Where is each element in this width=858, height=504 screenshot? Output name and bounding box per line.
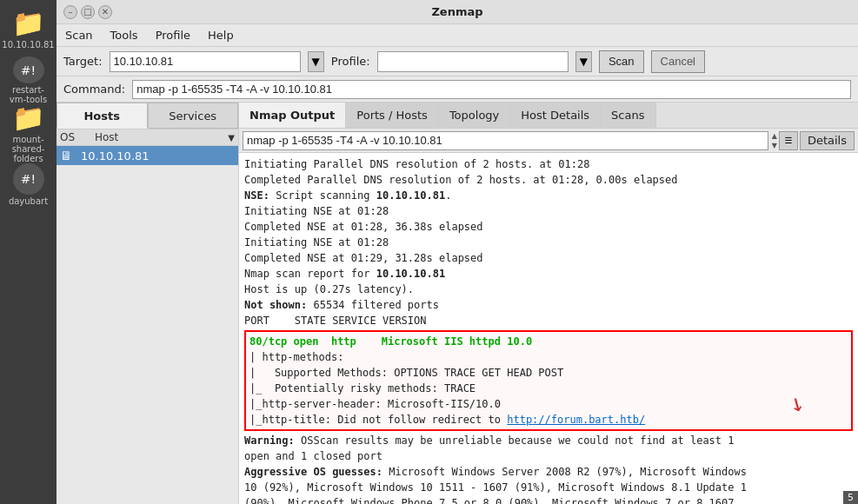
output-line-14: Aggressive OS guesses: Microsoft Windows… <box>244 464 853 480</box>
output-line-11: PORT STATE SERVICE VERSION <box>244 313 853 328</box>
sort-arrow-icon: ▼ <box>228 133 235 143</box>
host-list-item[interactable]: 🖥 10.10.10.81 <box>57 146 238 165</box>
output-line-9: Host is up (0.27s latency). <box>244 282 853 297</box>
tab-services[interactable]: Services <box>148 103 239 129</box>
sidebar-item-restart[interactable]: #! restart-vm-tools <box>4 56 52 104</box>
host-address: 10.10.10.81 <box>81 149 235 162</box>
command-label: Command: <box>63 83 125 96</box>
terminal-icon: #! <box>13 56 44 83</box>
target-label: Target: <box>63 55 103 68</box>
hl-line-5: |_http-server-header: Microsoft-IIS/10.0 <box>249 396 848 412</box>
host-column-header: Host <box>95 131 228 143</box>
minimize-button[interactable]: – <box>63 5 77 19</box>
nmap-output-text[interactable]: Initiating Parallel DNS resolution of 2 … <box>239 153 858 504</box>
arrow-down-icon[interactable]: ▼ <box>772 141 777 150</box>
menu-help[interactable]: Help <box>204 27 237 43</box>
nmap-cmd-bar: ▲ ▼ ☰ Details <box>239 129 858 153</box>
os-icon: 🖥 <box>60 149 81 162</box>
main-window: – □ ✕ Zenmap Scan Tools Profile Help Tar… <box>57 0 858 504</box>
close-button[interactable]: ✕ <box>98 5 112 19</box>
target-input[interactable] <box>110 51 301 72</box>
sidebar-item-label-3: dayubart <box>9 196 48 206</box>
menu-scan[interactable]: Scan <box>62 27 96 43</box>
page-badge: 5 <box>843 491 858 504</box>
tab-hosts[interactable]: Hosts <box>57 103 148 129</box>
maximize-button[interactable]: □ <box>81 5 95 19</box>
sidebar-item-label-2: mount-shared-folders <box>4 135 52 163</box>
profile-label: Profile: <box>331 55 370 68</box>
titlebar-left: – □ ✕ <box>63 5 116 19</box>
output-line-8: Nmap scan report for 10.10.10.81 <box>244 266 853 282</box>
sidebar-item-dayubart[interactable]: #! dayubart <box>4 161 52 209</box>
tab-scans[interactable]: Scans <box>601 103 655 128</box>
menu-tools[interactable]: Tools <box>107 27 142 43</box>
cancel-button[interactable]: Cancel <box>651 50 705 73</box>
menu-profile[interactable]: Profile <box>152 27 194 43</box>
arrow-up-icon[interactable]: ▲ <box>772 131 777 141</box>
commandbar: Command: <box>57 76 858 103</box>
redirect-link[interactable]: http://forum.bart.htb/ <box>507 414 645 426</box>
tab-nmap-output[interactable]: Nmap Output <box>239 103 346 128</box>
output-line-12: Warning: OSScan results may be unreliabl… <box>244 433 853 448</box>
scan-button[interactable]: Scan <box>599 50 644 73</box>
output-line-5: Completed NSE at 01:28, 36.38s elapsed <box>244 219 853 235</box>
target-dropdown-button[interactable]: ▼ <box>308 51 324 72</box>
nmap-cmd-input[interactable] <box>243 131 768 150</box>
tab-host-details[interactable]: Host Details <box>510 103 601 128</box>
hl-line-2: | http-methods: <box>249 349 848 365</box>
output-line-2: Completed Parallel DNS resolution of 2 h… <box>244 172 853 188</box>
output-line-16: (90%), Microsoft Windows Phone 7.5 or 8.… <box>244 495 853 504</box>
profile-dropdown-button[interactable]: ▼ <box>575 51 592 72</box>
profile-input[interactable] <box>377 51 569 72</box>
os-column-header: OS <box>60 131 95 143</box>
output-line-6: Initiating NSE at 01:28 <box>244 235 853 250</box>
output-line-4: Initiating NSE at 01:28 <box>244 203 853 219</box>
folder-icon-2: 📁 <box>13 103 44 133</box>
menubar: Scan Tools Profile Help <box>57 24 858 47</box>
output-line-13: open and 1 closed port <box>244 448 853 464</box>
highlighted-output-block: 80/tcp open http Microsoft IIS httpd 10.… <box>244 330 853 431</box>
content-area: Hosts Services OS Host ▼ 🖥 10.10.10.81 N… <box>57 103 858 504</box>
targetbar: Target: ▼ Profile: ▼ Scan Cancel <box>57 47 858 76</box>
sidebar-item-label: 10.10.10.81 <box>2 40 54 50</box>
sidebar-item-dayu[interactable]: 📁 10.10.10.81 <box>4 4 52 52</box>
sidebar: 📁 10.10.10.81 #! restart-vm-tools 📁 moun… <box>0 0 57 504</box>
right-panel: Nmap Output Ports / Hosts Topology Host … <box>239 103 858 504</box>
nmap-arrows[interactable]: ▲ ▼ <box>772 131 777 150</box>
nmap-menu-button[interactable]: ☰ <box>779 131 798 150</box>
command-input[interactable] <box>132 80 851 99</box>
output-line-1: Initiating Parallel DNS resolution of 2 … <box>244 156 853 172</box>
output-tabs: Nmap Output Ports / Hosts Topology Host … <box>239 103 858 129</box>
details-button[interactable]: Details <box>800 131 855 150</box>
hosts-services-tabs: Hosts Services <box>57 103 238 129</box>
output-line-7: Completed NSE at 01:29, 31.28s elapsed <box>244 250 853 266</box>
nmap-output-area: ▲ ▼ ☰ Details Initiating Parallel DNS re… <box>239 129 858 504</box>
output-line-15: 10 (92%), Microsoft Windows 10 1511 - 16… <box>244 480 853 495</box>
sidebar-item-mount[interactable]: 📁 mount-shared-folders <box>4 109 52 156</box>
hl-line-1: 80/tcp open http Microsoft IIS httpd 10.… <box>249 334 848 349</box>
hl-line-6: |_http-title: Did not follow redirect to… <box>249 412 848 428</box>
tab-topology[interactable]: Topology <box>439 103 510 128</box>
titlebar: – □ ✕ Zenmap <box>57 0 858 24</box>
output-line-3: NSE: Script scanning 10.10.10.81. <box>244 188 853 203</box>
folder-icon: 📁 <box>13 7 44 38</box>
terminal-icon-2: #! <box>13 163 44 195</box>
tab-ports-hosts[interactable]: Ports / Hosts <box>346 103 439 128</box>
hl-line-3: | Supported Methods: OPTIONS TRACE GET H… <box>249 365 848 381</box>
host-list-header: OS Host ▼ <box>57 129 238 146</box>
window-title: Zenmap <box>116 5 799 18</box>
hl-line-4: |_ Potentially risky methods: TRACE <box>249 381 848 396</box>
output-line-10: Not shown: 65534 filtered ports <box>244 297 853 313</box>
left-panel: Hosts Services OS Host ▼ 🖥 10.10.10.81 <box>57 103 239 504</box>
